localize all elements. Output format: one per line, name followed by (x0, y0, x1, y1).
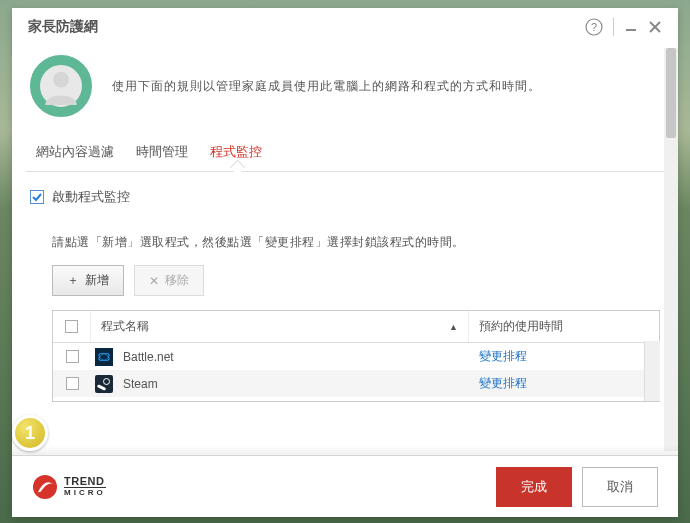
ok-button[interactable]: 完成 (496, 467, 572, 507)
enable-checkbox[interactable] (30, 190, 44, 204)
footer: TREND MICRO 完成 取消 (12, 455, 678, 517)
add-button-label: 新增 (85, 272, 109, 289)
x-icon: ✕ (149, 274, 159, 288)
dialog-window: 家長防護網 ? 使用下面的規則以管理家庭成員使用此電腦上的網路和程式的方式和時間… (12, 8, 678, 517)
tab-time-mgmt[interactable]: 時間管理 (130, 135, 194, 171)
row-checkbox[interactable] (66, 350, 79, 363)
titlebar: 家長防護網 ? (12, 8, 678, 47)
sort-asc-icon: ▲ (449, 322, 458, 332)
close-icon[interactable] (648, 20, 662, 34)
instruction-text: 請點選「新增」選取程式，然後點選「變更排程」選擇封鎖該程式的時間。 (30, 234, 660, 251)
window-title: 家長防護網 (28, 18, 98, 36)
header-description: 使用下面的規則以管理家庭成員使用此電腦上的網路和程式的方式和時間。 (112, 78, 541, 95)
program-table: 程式名稱 ▲ 預約的使用時間 Battle.net 變更排程 (52, 310, 660, 402)
svg-text:?: ? (591, 21, 597, 33)
button-row: ＋ 新增 ✕ 移除 (30, 265, 660, 296)
enable-row: 啟動程式監控 (30, 188, 660, 206)
table-body: Battle.net 變更排程 Steam 變更排程 (53, 343, 659, 401)
steam-icon (95, 375, 113, 393)
select-all-checkbox[interactable] (65, 320, 78, 333)
panel-scrollbar[interactable] (664, 48, 678, 451)
brand-text: TREND MICRO (64, 476, 106, 497)
titlebar-actions: ? (585, 18, 662, 36)
program-name: Battle.net (117, 345, 469, 369)
avatar-icon (30, 55, 92, 117)
content-area: 使用下面的規則以管理家庭成員使用此電腦上的網路和程式的方式和時間。 網站內容過濾… (12, 47, 678, 402)
tab-bar: 網站內容過濾 時間管理 程式監控 (26, 135, 664, 172)
remove-button-label: 移除 (165, 272, 189, 289)
trend-micro-logo-icon (32, 474, 58, 500)
brand: TREND MICRO (32, 474, 106, 500)
minimize-icon[interactable] (624, 20, 638, 34)
change-schedule-link[interactable]: 變更排程 (479, 376, 527, 390)
footer-buttons: 完成 取消 (496, 467, 658, 507)
header-name[interactable]: 程式名稱 ▲ (91, 311, 469, 342)
table-row[interactable]: Battle.net 變更排程 (53, 343, 659, 370)
header-row: 使用下面的規則以管理家庭成員使用此電腦上的網路和程式的方式和時間。 (26, 55, 664, 135)
tab-web-filter[interactable]: 網站內容過濾 (30, 135, 120, 171)
program-name: Steam (117, 372, 469, 396)
svg-point-5 (53, 72, 69, 88)
table-header: 程式名稱 ▲ 預約的使用時間 (53, 311, 659, 343)
table-row[interactable]: Steam 變更排程 (53, 370, 659, 397)
row-checkbox[interactable] (66, 377, 79, 390)
step-badge: 1 (12, 415, 48, 451)
separator (613, 18, 614, 36)
scrollbar-thumb[interactable] (666, 48, 676, 138)
plus-icon: ＋ (67, 272, 79, 289)
enable-label: 啟動程式監控 (52, 188, 130, 206)
add-button[interactable]: ＋ 新增 (52, 265, 124, 296)
table-scrollbar[interactable] (644, 341, 660, 401)
header-time[interactable]: 預約的使用時間 (469, 311, 659, 342)
header-checkbox-cell (53, 311, 91, 342)
program-monitor-section: 啟動程式監控 請點選「新增」選取程式，然後點選「變更排程」選擇封鎖該程式的時間。… (26, 172, 664, 402)
battlenet-icon (95, 348, 113, 366)
cancel-button[interactable]: 取消 (582, 467, 658, 507)
help-icon[interactable]: ? (585, 18, 603, 36)
remove-button: ✕ 移除 (134, 265, 204, 296)
change-schedule-link[interactable]: 變更排程 (479, 349, 527, 363)
tab-program-monitor[interactable]: 程式監控 (204, 135, 268, 171)
svg-point-6 (33, 475, 57, 499)
